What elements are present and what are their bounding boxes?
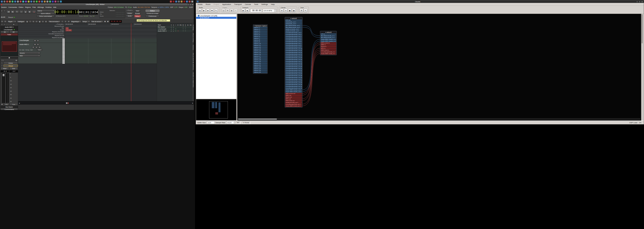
taskbar-app-icon[interactable]	[3, 0, 6, 3]
project-toolbar-button[interactable]: ▣	[230, 9, 234, 12]
track-name[interactable]: Audio+MIDI 1	[20, 44, 29, 45]
ruler-label[interactable]: Repères de position	[18, 37, 65, 39]
route-column-header[interactable]: SG	[189, 24, 192, 26]
audio-port[interactable]: capture_1	[253, 27, 267, 28]
window-button[interactable]: ✕	[192, 4, 194, 5]
route-name[interactable]: Bus Master	[157, 26, 170, 28]
sample-rate-combo[interactable]: 44100	[226, 121, 234, 124]
project-toolbar-button[interactable]: ≡	[234, 9, 238, 12]
mouse-mode-button[interactable]: ✎	[32, 20, 35, 23]
route-toggle[interactable]	[186, 26, 189, 28]
route-toggle[interactable]: ○	[182, 26, 184, 28]
signature-value[interactable]: 4/4	[92, 16, 94, 17]
canvas-vertical-scrollbar[interactable]	[641, 14, 643, 120]
tempo-value[interactable]: 120,000	[84, 16, 88, 17]
midi-scroomer[interactable]	[62, 38, 65, 64]
ruler-label[interactable]: Repères de CD	[18, 35, 65, 37]
audio-port[interactable]: capture_17	[253, 56, 267, 57]
playhead[interactable]	[131, 23, 131, 101]
editor-side-tab[interactable]: Pistes et bus	[192, 33, 194, 42]
audio-port[interactable]: Bus Master/audio_out 2	[285, 26, 302, 28]
studio-toolbar-button[interactable]: ▶	[202, 9, 206, 12]
ruler-label[interactable]: « Timecode »	[18, 23, 65, 25]
audio-port[interactable]: LinuxSampler/audio_out 27	[285, 78, 302, 80]
selection-end-value[interactable]: --:--:--:--	[116, 13, 124, 15]
route-name[interactable]: Audio+MIDI 1	[157, 30, 170, 32]
buffer-size-combo[interactable]: 1024	[207, 121, 215, 124]
pan-options-button[interactable]	[1, 60, 4, 62]
project-toolbar-button[interactable]: ▤	[222, 9, 226, 12]
menu-item[interactable]: Session	[1, 6, 7, 8]
tools-toolbar-button[interactable]: ✎	[304, 9, 307, 12]
audio-port[interactable]: capture_24	[253, 68, 267, 70]
midi-port[interactable]: MIDI control out	[285, 93, 302, 94]
tree-item-studio[interactable]: ▾ LinuxSampler LV2 [A5]	[196, 14, 236, 17]
expander-icon[interactable]: ▾	[196, 15, 198, 16]
patchbay-canvas[interactable]: ◆ Hardware Capture capture_1capture_2cap…	[237, 14, 641, 120]
output-button[interactable]: Bus Master	[1, 106, 18, 108]
editor-window-button[interactable]: Éditeur	[146, 10, 160, 12]
smart-mode-button[interactable]: Intelligent	[17, 20, 25, 23]
nudge-back-button[interactable]: ◀	[104, 20, 106, 23]
track-mute-button[interactable]: M	[34, 40, 36, 42]
selection-length-value[interactable]: --:--:--:--	[116, 15, 124, 17]
selection-start-value[interactable]: --:--:--:--	[116, 11, 124, 13]
route-column-header[interactable]: RS	[179, 24, 182, 26]
edit-point-combo[interactable]: Tête de lecture	[90, 20, 103, 23]
route-toggle[interactable]	[179, 30, 182, 32]
audio-port[interactable]: Bus Master/audio_out 1	[285, 25, 302, 26]
audio-port[interactable]: LinuxSampler/audio_out 2	[285, 34, 302, 35]
track-name[interactable]: LinuxSampler	[20, 40, 29, 41]
editor-side-tab[interactable]: Régions	[192, 24, 194, 30]
play-selection-button[interactable]: ◁	[19, 10, 23, 14]
menu-item[interactable]: Studio	[196, 3, 204, 5]
route-column-header[interactable]: A	[172, 24, 175, 26]
audio-port[interactable]: capture_23	[253, 66, 267, 68]
route-toggle[interactable]	[189, 30, 192, 32]
taskbar-app-icon[interactable]	[12, 0, 14, 3]
route-toggle[interactable]	[189, 26, 192, 28]
track-mute-button[interactable]: M	[34, 44, 36, 46]
sync-source-combo[interactable]: Interne	[37, 10, 54, 12]
mouse-mode-button[interactable]: ▭	[41, 20, 44, 23]
route-toggle[interactable]: ✓	[172, 26, 175, 28]
strip-instrument-button[interactable]: LinuxSampler	[1, 28, 18, 31]
taskbar-app-icon[interactable]	[30, 0, 32, 3]
menu-item[interactable]: Project	[212, 3, 221, 5]
route-toggle[interactable]	[175, 26, 177, 28]
plugin-entry[interactable]	[2, 41, 17, 52]
audio-port[interactable]: LinuxSampler/audio_out 21	[285, 68, 302, 69]
menu-item[interactable]: Tools	[252, 3, 260, 5]
mouse-mode-button[interactable]: ↔	[29, 20, 32, 23]
audio-port[interactable]: capture_4	[253, 32, 267, 34]
zoom-focus-combo[interactable]: Tête de lecture	[48, 20, 60, 23]
ruler-label[interactable]: Tempo	[18, 29, 65, 31]
audio-port[interactable]: Audio+MIDI 1/audio_out 1	[285, 89, 302, 91]
route-toggle[interactable]: ✓	[170, 26, 172, 28]
taskbar-tray-icon[interactable]	[175, 0, 177, 3]
tree-item-room-ardour5[interactable]: [L0] ardour5	[196, 17, 236, 19]
route-toggle[interactable]	[186, 28, 189, 30]
taskbar-app-icon[interactable]	[20, 0, 22, 3]
audio-port[interactable]: LTC-out	[285, 20, 302, 21]
canvas-minimap[interactable]	[196, 99, 236, 120]
mouse-mode-button[interactable]: ✂	[35, 20, 38, 23]
audio-port[interactable]: LinuxSampler/audio_out 17	[285, 60, 302, 62]
editor-side-tab[interactable]: Clichés	[192, 45, 194, 50]
audio-port[interactable]: auditioner/audio_out 2	[285, 30, 302, 32]
route-toggle[interactable]: ✓	[170, 30, 172, 32]
audio-port[interactable]: LinuxSampler/audio_out 10	[285, 48, 302, 50]
editor-summary[interactable]: ◀ ▶	[18, 101, 194, 104]
transport-toolbar-button[interactable]: ■	[246, 9, 249, 12]
track-lane-linuxsampler[interactable]	[65, 38, 157, 43]
midi-port[interactable]: Audio+MIDI 1/midi_in 1	[320, 53, 336, 54]
menu-item[interactable]: Canvas	[243, 3, 252, 5]
nudge-forward-button[interactable]: ▶	[107, 20, 109, 23]
midi-panic-button[interactable]: !	[1, 10, 3, 12]
loop-button[interactable]: ↻	[15, 10, 19, 14]
solo-button[interactable]: Solo	[10, 67, 18, 70]
strip-option-button2[interactable]	[3, 24, 5, 26]
audio-port[interactable]: capture_5	[253, 34, 267, 36]
audio-port[interactable]: LinuxSampler/audio_out 14	[285, 55, 302, 57]
audio-port[interactable]: LinuxSampler/audio_out 24	[285, 73, 302, 75]
